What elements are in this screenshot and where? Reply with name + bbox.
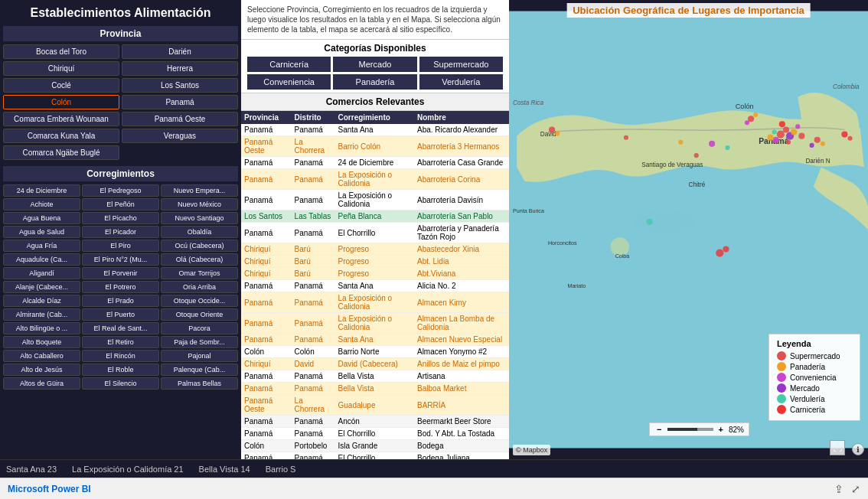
corregimiento-btn[interactable]: Otoque Oriente [161,308,238,321]
provincia-btn[interactable]: Herrera [122,61,238,76]
table-row[interactable]: Panamá OesteLa ChorreraBarrio ColónAbarr… [241,136,509,157]
table-row[interactable]: PanamáPanamáLa Exposición o CalidoniaAlm… [241,292,509,313]
corregimiento-btn[interactable]: El Rincón [82,350,159,362]
provincia-btn[interactable]: Coclé [3,78,119,93]
table-row[interactable]: PanamáPanamáEl ChorrilloBodega Juliana [241,452,509,460]
corregimiento-btn[interactable]: Agua Fría [3,240,80,252]
corregimiento-btn[interactable]: El Potrero [82,281,159,293]
corregimiento-btn[interactable]: Almirante (Cab... [3,308,80,321]
corregimiento-btn[interactable]: Nuevo Empera... [161,184,238,197]
table-row[interactable]: PanamáPanamáEl ChorrilloAbarrotería y Pa… [241,223,509,243]
corregimiento-btn[interactable]: Oria Arriba [161,281,238,293]
corregimiento-btn[interactable]: Alcalde Díaz [3,295,80,307]
corregimiento-btn[interactable]: Alto Bilingüe o ... [3,322,80,334]
provincia-btn[interactable]: Panamá [122,95,238,109]
category-btn[interactable]: Supermercado [419,57,503,72]
table-row[interactable]: ChiriquíBarúProgresoAbt. Lidia [241,256,509,268]
mapbox-logo: © Mapbox [513,445,550,455]
corregimiento-btn[interactable]: El Piro N°2 (Mu... [82,253,159,266]
table-row[interactable]: Panamá OesteLa ChorreraGuadalupeBARRÍA [241,395,509,416]
corregimiento-btn[interactable]: El Prado [82,295,159,307]
table-row[interactable]: PanamáPanamáBella VistaArtisana [241,370,509,383]
table-row[interactable]: PanamáPanamáSanta AnaAlicia No. 2 [241,280,509,292]
corregimiento-btn[interactable]: Aquadulce (Ca... [3,253,80,266]
table-row[interactable]: ChiriquíDavidDavid (Cabecera)Anillos de … [241,358,509,370]
category-btn[interactable]: Mercado [333,57,416,72]
corregimiento-btn[interactable]: Obaldía [161,226,238,238]
map-container[interactable]: Colón Panamá David Santiago de Veraguas … [509,0,868,459]
corregimiento-btn[interactable]: El Picador [82,226,159,238]
corregimiento-btn[interactable]: Palenque (Cab... [161,364,238,376]
corregimiento-btn[interactable]: El Peñón [82,198,159,210]
table-row[interactable]: PanamáPanamá24 de DiciembreAbarrotería C… [241,157,509,169]
corregimiento-btn[interactable]: Pacora [161,322,238,334]
corregimiento-btn[interactable]: Alto de Jesús [3,364,80,376]
corregimiento-btn[interactable]: Agua Buena [3,212,80,224]
table-row[interactable]: PanamáPanamáLa Exposición o CalidoniaAba… [241,169,509,190]
zoom-plus-button[interactable]: + [716,425,726,434]
corregimiento-btn[interactable]: Pajonal [161,350,238,362]
category-btn[interactable]: Carnicería [247,57,331,72]
corregimiento-btn[interactable]: Agua de Salud [3,226,80,238]
category-btn[interactable]: Conveniencia [247,74,331,90]
provincia-btn[interactable]: Darién [122,44,238,59]
corregimiento-btn[interactable]: El Silencio [82,377,159,390]
provincia-btn[interactable]: Colón [3,95,119,109]
provincia-btn[interactable]: Comarca Ngäbe Buglé [3,145,119,160]
provincia-btn[interactable]: Veraguas [122,129,238,143]
corregimiento-btn[interactable]: Nuevo México [161,198,238,210]
corregimiento-btn[interactable]: Nuevo Santiago [161,212,238,224]
table-body[interactable]: PanamáPanamáSanta AnaAba. Ricardo Alexan… [241,124,509,459]
corregimiento-btn[interactable]: Achiote [3,198,80,210]
corregimiento-btn[interactable]: Omar Torrijos [161,267,238,279]
corregimiento-btn[interactable]: Altos de Güira [3,377,80,390]
table-row[interactable]: PanamáPanamáSanta AnaAlmacen Nuevo Espec… [241,334,509,346]
provincia-btn[interactable]: Bocas del Toro [3,44,119,59]
power-bi-link[interactable]: Microsoft Power BI [8,484,91,494]
table-row[interactable]: ColónColónBarrio NorteAlmacen Yonymo #2 [241,346,509,358]
expand-button[interactable]: ⛶ [830,440,845,455]
provincia-btn[interactable]: Comarca Emberá Wounaan [3,112,119,126]
corregimiento-btn[interactable]: Paja de Sombr... [161,336,238,348]
corregimiento-btn[interactable]: Aligandí [3,267,80,279]
category-btn[interactable]: Verdulería [419,74,503,90]
table-row[interactable]: ChiriquíBarúProgresoAbastecedor Xinia [241,243,509,256]
corregimiento-btn[interactable]: El Picacho [82,212,159,224]
corregimiento-btn[interactable]: Alanje (Cabece... [3,281,80,293]
table-scroll[interactable]: ProvinciaDistritoCorregimientoNombre Pan… [241,111,509,459]
table-row[interactable]: PanamáPanamáLa Exposición o CalidoniaAba… [241,190,509,210]
corregimiento-btn[interactable]: El Real de Sant... [82,322,159,334]
table-row[interactable]: PanamáPanamáBella VistaBalboa Market [241,383,509,395]
corregimiento-btn[interactable]: El Retiro [82,336,159,348]
table-row[interactable]: PanamáPanamáSanta AnaAba. Ricardo Alexan… [241,124,509,136]
corregimiento-btn[interactable]: El Piro [82,240,159,252]
corregimiento-btn[interactable]: Alto Caballero [3,350,80,362]
corregimiento-btn[interactable]: Palmas Bellas [161,377,238,390]
zoom-slider[interactable] [667,428,713,431]
corregimiento-btn[interactable]: El Puerto [82,308,159,321]
zoom-minus-button[interactable]: − [654,425,664,434]
share-icon[interactable]: ⇪ [834,483,844,495]
provincia-btn[interactable]: Panamá Oeste [122,112,238,126]
table-row[interactable]: ChiriquíBarúProgresoAbt.Viviana [241,268,509,280]
corregimiento-btn[interactable]: El Roble [82,364,159,376]
category-btn[interactable]: Panadería [333,74,416,90]
provincia-btn[interactable]: Chiriquí [3,61,119,76]
corregimiento-btn[interactable]: Alto Boquete [3,336,80,348]
map-info-button[interactable]: ℹ [852,443,864,455]
fullscreen-icon[interactable]: ⤢ [851,483,860,495]
corregimiento-btn[interactable]: El Pedregoso [82,184,159,197]
corregimiento-btn[interactable]: Ocú (Cabecera) [161,240,238,252]
corregimiento-btn[interactable]: Otoque Occide... [161,295,238,307]
table-row[interactable]: ColónPortobeloIsla GrandeBodega [241,440,509,452]
zoom-level-label: 82% [729,426,744,434]
table-row[interactable]: PanamáPanamáLa Exposición o CalidoniaAlm… [241,313,509,334]
table-row[interactable]: PanamáPanamáAncónBeermarkt Beer Store [241,416,509,428]
provincia-btn[interactable]: Los Santos [122,78,238,93]
corregimiento-btn[interactable]: El Porvenir [82,267,159,279]
corregimiento-btn[interactable]: 24 de Diciembre [3,184,80,197]
corregimiento-btn[interactable]: Olá (Cabecera) [161,253,238,266]
provincia-btn[interactable]: Comarca Kuna Yala [3,129,119,143]
table-row[interactable]: Los SantosLas TablasPeña BlancaAbarroter… [241,210,509,223]
table-row[interactable]: PanamáPanamáEl ChorrilloBod. Y Abt. La T… [241,428,509,440]
